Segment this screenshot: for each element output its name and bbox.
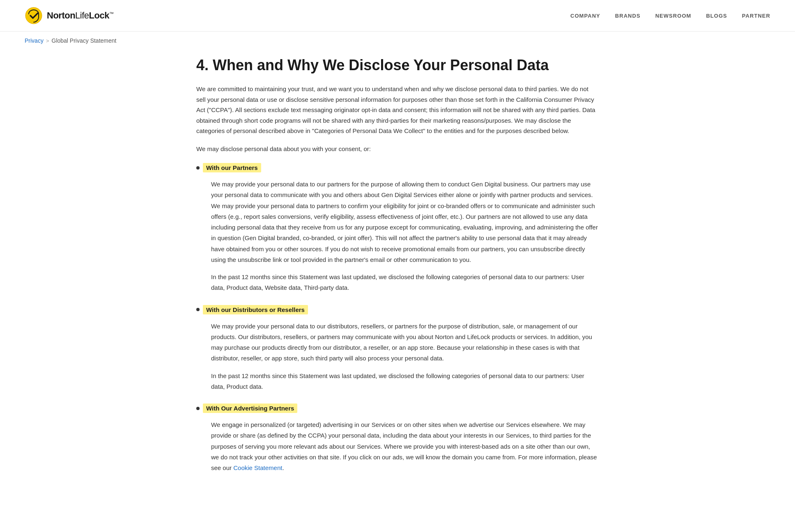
nav-company[interactable]: COMPANY <box>570 13 600 19</box>
logo-text: NortonLifeLock™ <box>47 10 113 21</box>
logo-icon <box>25 7 43 25</box>
nav-brands[interactable]: BRANDS <box>615 13 641 19</box>
breadcrumb-separator: > <box>46 38 49 44</box>
page-title: 4. When and Why We Disclose Your Persona… <box>196 56 599 74</box>
nav-blogs[interactable]: BLOGS <box>706 13 727 19</box>
breadcrumb-privacy-link[interactable]: Privacy <box>25 37 44 44</box>
section-partners: With our Partners We may provide your pe… <box>196 163 599 294</box>
main-content: 4. When and Why We Disclose Your Persona… <box>172 44 623 509</box>
section-label-partners: With our Partners <box>203 163 261 172</box>
section-bullet-partners: With our Partners <box>196 163 599 172</box>
section-body-distributors: We may provide your personal data to our… <box>196 321 599 392</box>
section-body-advertising: We engage in personalized (or targeted) … <box>196 420 599 473</box>
bullet-dot-icon <box>196 308 200 311</box>
bullet-dot-icon <box>196 407 200 410</box>
cookie-statement-link[interactable]: Cookie Statement <box>233 464 282 471</box>
site-header: NortonLifeLock™ COMPANY BRANDS NEWSROOM … <box>0 0 795 32</box>
section-label-advertising: With Our Advertising Partners <box>203 404 297 413</box>
breadcrumb: Privacy > Global Privacy Statement <box>0 32 795 44</box>
logo[interactable]: NortonLifeLock™ <box>25 7 113 25</box>
intro-paragraph: We are committed to maintaining your tru… <box>196 84 599 136</box>
consent-paragraph: We may disclose personal data about you … <box>196 144 599 154</box>
bullet-dot-icon <box>196 166 200 170</box>
main-nav: COMPANY BRANDS NEWSROOM BLOGS PARTNER <box>570 13 770 19</box>
breadcrumb-current: Global Privacy Statement <box>52 37 117 44</box>
nav-partner[interactable]: PARTNER <box>742 13 770 19</box>
section-body-partners: We may provide your personal data to our… <box>196 179 599 294</box>
section-para-distributors-2: In the past 12 months since this Stateme… <box>211 371 599 392</box>
section-bullet-distributors: With our Distributors or Resellers <box>196 305 599 314</box>
section-para-advertising-1: We engage in personalized (or targeted) … <box>211 420 599 473</box>
section-para-partners-1: We may provide your personal data to our… <box>211 179 599 265</box>
section-advertising: With Our Advertising Partners We engage … <box>196 404 599 473</box>
section-distributors: With our Distributors or Resellers We ma… <box>196 305 599 392</box>
section-para-distributors-1: We may provide your personal data to our… <box>211 321 599 364</box>
section-para-partners-2: In the past 12 months since this Stateme… <box>211 272 599 294</box>
section-bullet-advertising: With Our Advertising Partners <box>196 404 599 413</box>
section-label-distributors: With our Distributors or Resellers <box>203 305 308 314</box>
nav-newsroom[interactable]: NEWSROOM <box>655 13 692 19</box>
